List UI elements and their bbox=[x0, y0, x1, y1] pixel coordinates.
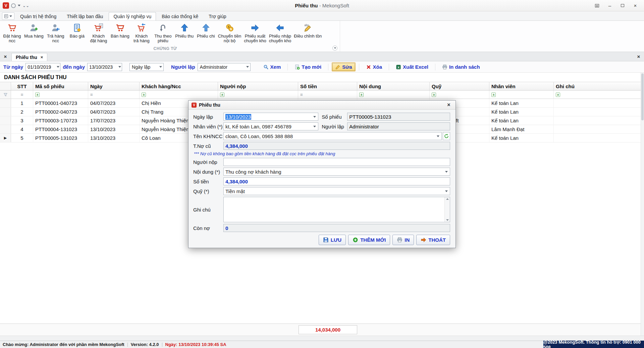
chevron-down-icon[interactable] bbox=[57, 66, 59, 68]
dialog-titlebar[interactable]: V Phiếu thu × bbox=[189, 101, 455, 110]
chevron-down-icon[interactable] bbox=[445, 171, 448, 173]
chevron-down-icon[interactable] bbox=[18, 5, 20, 6]
quick-access-button[interactable] bbox=[11, 3, 16, 8]
column-header-nguoi-nop[interactable]: Người nộp bbox=[218, 82, 298, 90]
vertical-scrollbar[interactable] bbox=[641, 73, 644, 336]
so-phieu-field[interactable] bbox=[347, 113, 450, 121]
ten-kh-combo[interactable]: cloan, Cô Loan, 0965 388 888 bbox=[223, 132, 442, 140]
filter-cell-quy[interactable] bbox=[430, 91, 489, 99]
fit-window-button[interactable] bbox=[591, 1, 603, 10]
textarea-scrollbar[interactable] bbox=[444, 197, 450, 222]
filter-cell-ma-so-phieu[interactable] bbox=[33, 91, 88, 99]
print-button[interactable]: IN bbox=[392, 235, 414, 245]
tab-quan-ly-nghiep-vu[interactable]: Quản lý nghiệp vụ bbox=[109, 12, 156, 20]
chevron-down-icon[interactable] bbox=[313, 116, 316, 118]
filter-cell-ngay[interactable] bbox=[88, 91, 140, 99]
to-date-input[interactable] bbox=[88, 64, 118, 70]
print-list-button[interactable]: In danh sách bbox=[439, 62, 483, 71]
sort-field-combo[interactable]: Ngày lập bbox=[129, 63, 164, 71]
view-button[interactable]: Xem bbox=[260, 62, 284, 71]
add-new-button[interactable]: THÊM MỚI bbox=[348, 235, 390, 245]
ribbon-item-dat-hang-ncc[interactable]: Đặt hàng ncc bbox=[1, 22, 23, 44]
save-button[interactable]: LƯU bbox=[319, 235, 346, 245]
ribbon-item-khach-tra-hang[interactable]: Khách trả hàng bbox=[131, 22, 152, 44]
from-date-field[interactable] bbox=[25, 63, 60, 71]
nguoi-nop-field[interactable] bbox=[223, 158, 450, 166]
group-dialog-launcher-icon[interactable] bbox=[332, 46, 337, 51]
ten-kh-label: Tên KH/NCC bbox=[193, 133, 223, 139]
ribbon-item-khach-dat-hang[interactable]: Khách đặt hàng bbox=[88, 22, 109, 44]
column-header-ma-so-phieu[interactable]: Mã số phiếu bbox=[33, 82, 88, 90]
ghi-chu-textarea[interactable] bbox=[224, 197, 450, 222]
close-all-tabs-icon[interactable]: × bbox=[0, 52, 11, 61]
ribbon-item-thu-theo-phieu[interactable]: Thu theo phiếu bbox=[152, 22, 174, 44]
column-header-quy[interactable]: Quỹ bbox=[430, 82, 489, 90]
create-new-button[interactable]: Tạo mới bbox=[291, 62, 325, 71]
auto-filter-row bbox=[0, 91, 644, 99]
ribbon-item-chuyen-tien-noi-bo[interactable]: $$ Chuyển tiền nội bộ bbox=[217, 22, 243, 44]
chevron-down-icon[interactable] bbox=[313, 126, 316, 127]
close-button[interactable]: × bbox=[629, 1, 641, 10]
noi-dung-combo[interactable]: Thu công nợ khách hàng bbox=[223, 168, 450, 176]
filter-cell-ghi-chu[interactable] bbox=[554, 91, 644, 99]
delete-button[interactable]: Xóa bbox=[363, 62, 386, 71]
filter-cell-nhan-vien[interactable] bbox=[489, 91, 554, 99]
filter-cell-nguoi-nop[interactable] bbox=[218, 91, 298, 99]
quy-combo[interactable]: Tiền mặt bbox=[223, 187, 450, 195]
tab-tro-giup[interactable]: Trợ giúp bbox=[204, 12, 231, 20]
column-header-nhan-vien[interactable]: Nhân viên bbox=[489, 82, 554, 90]
ribbon-item-dieu-chinh-ton[interactable]: abc Điều chỉnh tồn bbox=[292, 22, 323, 39]
close-document-icon[interactable]: × bbox=[633, 52, 644, 61]
customize-toolbar-icon[interactable]: ⌄⌄ bbox=[22, 3, 29, 8]
nguoi-lap-field[interactable] bbox=[347, 122, 450, 130]
cart-icon bbox=[7, 23, 17, 33]
cell-stt: 5 bbox=[11, 134, 33, 142]
scroll-down-icon[interactable] bbox=[446, 219, 449, 221]
filter-cell-khach-hang[interactable] bbox=[140, 91, 218, 99]
restore-button[interactable] bbox=[616, 1, 629, 10]
printer-icon bbox=[442, 64, 447, 70]
ribbon-item-ban-hang[interactable]: Bán hàng bbox=[109, 22, 131, 39]
nhan-vien-combo[interactable]: kt, Kế toán Lan, 0987 456789 bbox=[223, 122, 318, 130]
column-header-stt[interactable]: STT bbox=[11, 82, 33, 90]
chevron-down-icon[interactable] bbox=[445, 190, 448, 192]
chevron-down-icon[interactable] bbox=[118, 66, 121, 68]
ribbon-item-phieu-nhap-chuyen-kho[interactable]: Phiếu nhập chuyển kho bbox=[268, 22, 293, 44]
creator-combo[interactable]: Administrator bbox=[198, 63, 251, 71]
ngay-lap-field[interactable]: 13/10/2023 bbox=[223, 113, 318, 121]
filter-cell-stt[interactable] bbox=[11, 91, 33, 99]
column-header-ngay[interactable]: Ngày bbox=[88, 82, 140, 90]
column-header-noi-dung[interactable]: Nội dung bbox=[357, 82, 430, 90]
ribbon-item-phieu-xuat-chuyen-kho[interactable]: Phiếu xuất chuyển kho bbox=[243, 22, 268, 44]
refresh-customer-button[interactable] bbox=[443, 132, 450, 140]
column-header-khach-hang[interactable]: Khách hàng/Ncc bbox=[140, 82, 218, 90]
con-no-field[interactable] bbox=[223, 224, 450, 232]
so-tien-field[interactable] bbox=[223, 177, 450, 185]
ribbon-item-phieu-chi[interactable]: Phiếu chi bbox=[195, 22, 217, 39]
exit-button[interactable]: THOÁT bbox=[416, 235, 450, 245]
filter-cell-noi-dung[interactable] bbox=[357, 91, 430, 99]
close-tab-icon[interactable]: × bbox=[41, 55, 43, 60]
chevron-down-icon[interactable] bbox=[437, 135, 439, 137]
column-header-ghi-chu[interactable]: Ghi chú bbox=[554, 82, 644, 90]
from-date-input[interactable] bbox=[26, 64, 57, 70]
tab-quan-tri-he-thong[interactable]: Quản trị hệ thống bbox=[15, 12, 61, 20]
ribbon-item-tra-hang-ncc[interactable]: Trả hàng ncc bbox=[45, 22, 66, 44]
tab-thiet-lap-ban-dau[interactable]: Thiết lập ban đầu bbox=[62, 12, 108, 20]
to-date-field[interactable] bbox=[87, 63, 122, 71]
edit-button[interactable]: Sửa bbox=[332, 62, 355, 71]
doc-tab-phieu-thu[interactable]: Phiếu thu × bbox=[11, 53, 47, 61]
ribbon-display-options-button[interactable] bbox=[2, 12, 14, 20]
no-cu-field[interactable] bbox=[223, 142, 450, 150]
column-header-so-tien[interactable]: Số tiền bbox=[298, 82, 357, 90]
scrollbar-thumb[interactable] bbox=[641, 73, 644, 120]
scroll-up-icon[interactable] bbox=[446, 198, 449, 200]
filter-cell-so-tien[interactable] bbox=[298, 91, 357, 99]
ribbon-item-bao-gia[interactable]: Báo giá bbox=[66, 22, 88, 39]
dialog-close-icon[interactable]: × bbox=[445, 102, 452, 108]
ribbon-item-mua-hang[interactable]: Mua hàng bbox=[23, 22, 45, 39]
tab-bao-cao-thong-ke[interactable]: Báo cáo thống kê bbox=[157, 12, 203, 20]
export-excel-button[interactable]: XXuất Excel bbox=[392, 62, 432, 71]
ribbon-item-phieu-thu[interactable]: Phiếu thu bbox=[174, 22, 195, 39]
minimize-button[interactable]: – bbox=[604, 1, 616, 10]
